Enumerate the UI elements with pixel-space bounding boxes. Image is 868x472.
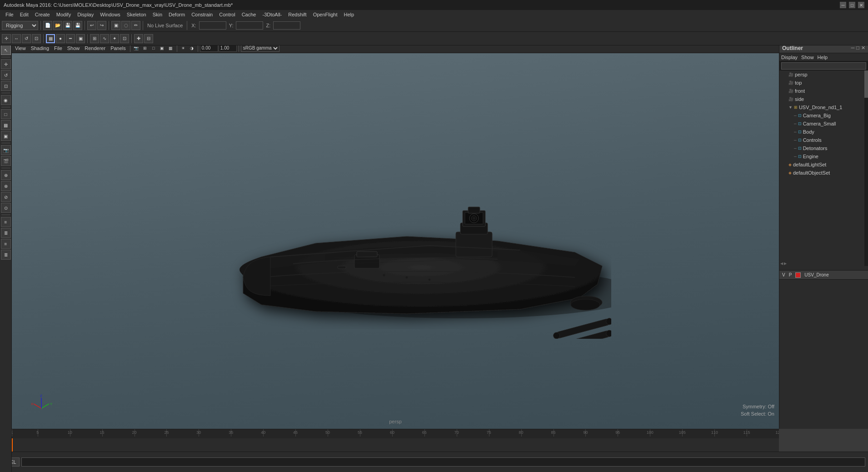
outliner-item-top[interactable]: 🎥 top	[779, 79, 868, 87]
extra-btn-1[interactable]: ≡	[1, 217, 11, 227]
x-coord-input[interactable]	[199, 21, 226, 30]
menu-modify[interactable]: Modify	[54, 10, 74, 19]
lasso-btn[interactable]: ◌	[121, 21, 130, 30]
vert-mode-btn[interactable]: ●	[56, 34, 65, 43]
outliner-item-camera-big[interactable]: ─ ⊡ Camera_Big	[779, 111, 868, 120]
scale-tool-btn[interactable]: ⊡	[32, 34, 41, 43]
plus-btn[interactable]: ✚	[134, 34, 143, 43]
menu-cache[interactable]: Cache	[239, 10, 259, 19]
outliner-close-btn[interactable]: ✕	[861, 45, 865, 51]
save-btn[interactable]: 💾	[63, 21, 72, 30]
menu-deform[interactable]: Deform	[166, 10, 188, 19]
vp-menu-view[interactable]: View	[13, 45, 28, 51]
outliner-minimize-btn[interactable]: ─	[851, 45, 855, 51]
menu-display[interactable]: Display	[75, 10, 96, 19]
rotate-tool-btn[interactable]: ↺	[22, 34, 31, 43]
rig-btn-3[interactable]: ⊘	[1, 192, 11, 202]
open-file-btn[interactable]: 📂	[53, 21, 62, 30]
outliner-item-side[interactable]: 🎥 side	[779, 95, 868, 103]
mel-input[interactable]	[21, 457, 865, 467]
display-mode-2[interactable]: ▦	[1, 120, 11, 130]
outliner-item-usv-group[interactable]: ▼ ⊞ USV_Drone_nd1_1	[779, 103, 868, 111]
outliner-menu-show[interactable]: Show	[801, 55, 814, 60]
redo-btn[interactable]: ↪	[97, 21, 106, 30]
p-label[interactable]: P	[789, 272, 792, 277]
y-coord-input[interactable]	[236, 21, 263, 30]
new-file-btn[interactable]: 📄	[43, 21, 52, 30]
edge-mode-btn[interactable]: ━	[66, 34, 75, 43]
menu-help[interactable]: Help	[341, 10, 357, 19]
snap-curve-btn[interactable]: ∿	[100, 34, 109, 43]
rig-btn-1[interactable]: ⊕	[1, 170, 11, 180]
close-button[interactable]: ✕	[858, 2, 864, 8]
outliner-item-controls[interactable]: ─ ⊡ Controls	[779, 136, 868, 144]
v-label[interactable]: V	[782, 272, 785, 277]
outliner-item-lightset[interactable]: ◈ defaultLightSet	[779, 161, 868, 169]
outliner-item-camera-small[interactable]: ─ ⊡ Camera_Small	[779, 120, 868, 128]
minimize-button[interactable]: ─	[840, 2, 846, 8]
face-mode-btn[interactable]: ▣	[76, 34, 85, 43]
scroll-left-btn[interactable]: ◀	[780, 261, 783, 266]
render-btn[interactable]: 🎬	[1, 156, 11, 166]
rig-btn-4[interactable]: ⊙	[1, 203, 11, 213]
menu-edit[interactable]: Edit	[17, 10, 31, 19]
select-tool-btn[interactable]: ✛	[2, 34, 11, 43]
menu-skeleton[interactable]: Skeleton	[124, 10, 149, 19]
extra-btn-3[interactable]: ≡	[1, 239, 11, 249]
camera-tool[interactable]: 📷	[1, 145, 11, 155]
obj-mode-btn[interactable]: ▦	[46, 34, 55, 43]
mesh-icon-camera-big: ⊡	[798, 113, 802, 118]
menu-3dtoall[interactable]: -3DtoAll-	[259, 10, 284, 19]
display-mode-1[interactable]: □	[1, 109, 11, 119]
vp-menu-renderer[interactable]: Renderer	[82, 45, 108, 51]
menu-skin[interactable]: Skin	[150, 10, 165, 19]
extra-btn-4[interactable]: ≣	[1, 250, 11, 260]
outliner-search-input[interactable]	[781, 62, 866, 70]
mode-dropdown[interactable]: Rigging	[2, 21, 38, 30]
save-as-btn[interactable]: 💾	[73, 21, 82, 30]
rotate-tool-side[interactable]: ↺	[1, 70, 11, 80]
select-btn[interactable]: ▣	[111, 21, 120, 30]
outliner-maximize-btn[interactable]: □	[856, 45, 859, 51]
rig-btn-2[interactable]: ⊗	[1, 181, 11, 191]
menu-redshift[interactable]: Redshift	[285, 10, 309, 19]
select-tool-side[interactable]: ↖	[1, 45, 11, 55]
soft-mod-btn[interactable]: ◉	[1, 95, 11, 105]
snap-point-btn[interactable]: ✦	[110, 34, 119, 43]
outliner-item-body[interactable]: ─ ⊡ Body	[779, 128, 868, 136]
snap-view-btn[interactable]: ⊡	[120, 34, 129, 43]
move-tool-side[interactable]: ✛	[1, 59, 11, 69]
menu-control[interactable]: Control	[216, 10, 238, 19]
scroll-right-btn[interactable]: ▶	[784, 261, 787, 266]
undo-btn[interactable]: ↩	[87, 21, 96, 30]
outliner-item-detonators[interactable]: ─ ⊡ Detonators	[779, 144, 868, 152]
viewport-canvas[interactable]: Y X Z persp Symmetry: Off Soft Select: O…	[12, 53, 779, 429]
timeline-ruler[interactable]: 1510152025303540455055606570758085909510…	[12, 429, 779, 438]
z-coord-input[interactable]	[273, 21, 300, 30]
move-tool-btn[interactable]: ↔	[12, 34, 21, 43]
vp-menu-panels[interactable]: Panels	[108, 45, 128, 51]
timeline-bar[interactable]	[12, 438, 779, 452]
extra-btn-2[interactable]: ≣	[1, 228, 11, 238]
scale-tool-side[interactable]: ⊡	[1, 81, 11, 91]
outliner-item-front[interactable]: 🎥 front	[779, 87, 868, 95]
menu-create[interactable]: Create	[32, 10, 53, 19]
outliner-menu-help[interactable]: Help	[818, 55, 828, 60]
menu-file[interactable]: File	[3, 10, 16, 19]
vp-menu-lighting[interactable]: File	[52, 45, 65, 51]
outliner-item-persp[interactable]: 🎥 persp	[779, 70, 868, 79]
menu-openflight[interactable]: OpenFlight	[310, 10, 340, 19]
paint-btn[interactable]: ✏	[131, 21, 140, 30]
display-mode-3[interactable]: ▣	[1, 131, 11, 141]
menu-constrain[interactable]: Constrain	[189, 10, 215, 19]
outliner-item-objectset[interactable]: ◈ defaultObjectSet	[779, 169, 868, 177]
minus-btn[interactable]: ⊟	[144, 34, 153, 43]
maximize-button[interactable]: □	[849, 2, 855, 8]
outliner-scroll-thumb[interactable]	[864, 70, 868, 98]
vp-menu-shading[interactable]: Shading	[29, 45, 51, 51]
snap-grid-btn[interactable]: ⊞	[90, 34, 99, 43]
outliner-item-engine[interactable]: ─ ⊡ Engine	[779, 152, 868, 161]
outliner-menu-display[interactable]: Display	[781, 55, 798, 60]
vp-menu-show[interactable]: Show	[65, 45, 82, 51]
menu-windows[interactable]: Windows	[97, 10, 123, 19]
